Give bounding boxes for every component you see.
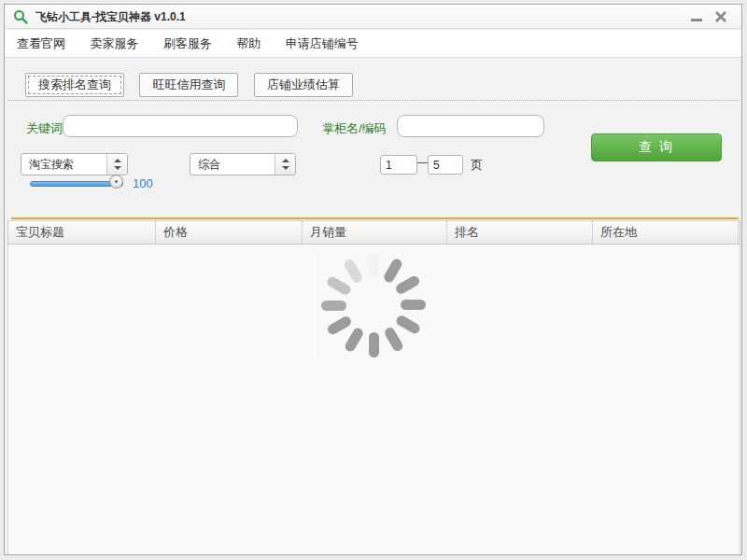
- arrow-down-icon: [114, 166, 121, 170]
- minimize-button[interactable]: [684, 5, 710, 29]
- spinner-bar: [401, 300, 426, 310]
- table-accent-line: [11, 217, 739, 219]
- close-button[interactable]: [708, 5, 734, 29]
- spinner-bar: [382, 258, 403, 285]
- column-header-location[interactable]: 所在地: [592, 221, 739, 244]
- result-count-slider-thumb[interactable]: [109, 175, 123, 189]
- table-header-row: 宝贝标题 价格 月销量 排名 所在地: [7, 220, 740, 245]
- tab-bar: 搜索排名查询 旺旺信用查询 店铺业绩估算: [25, 73, 364, 97]
- search-icon: [13, 9, 28, 24]
- column-header-monthly-sales[interactable]: 月销量: [302, 221, 446, 244]
- menu-item-apply-shop-code[interactable]: 申请店铺编号: [275, 30, 369, 57]
- search-source-select[interactable]: 淘宝搜索: [21, 153, 128, 175]
- menu-item-official-site[interactable]: 查看官网: [7, 30, 76, 57]
- tab-wangwang-credit-query[interactable]: 旺旺信用查询: [139, 73, 238, 97]
- page-to-input[interactable]: [428, 155, 463, 175]
- column-gridline: [314, 252, 316, 357]
- spinner-bar: [344, 327, 365, 354]
- shop-name-label: 掌柜名/编码: [322, 120, 387, 137]
- sort-order-select[interactable]: 综合: [190, 153, 296, 175]
- tab-shop-performance-estimate[interactable]: 店铺业绩估算: [254, 73, 353, 97]
- app-window: 飞钻小工具-找宝贝神器 v1.0.1 查看官网 卖家服务 刷客服务 帮助 申请店…: [4, 4, 742, 555]
- menu-item-seller-services[interactable]: 卖家服务: [79, 30, 148, 57]
- window-title: 飞钻小工具-找宝贝神器 v1.0.1: [35, 5, 186, 29]
- spinner-bar: [321, 301, 346, 311]
- tab-search-rank-query[interactable]: 搜索排名查询: [25, 73, 124, 97]
- title-bar: 飞钻小工具-找宝贝神器 v1.0.1: [5, 5, 741, 29]
- spinner-icon: [319, 251, 428, 359]
- column-header-price[interactable]: 价格: [155, 221, 302, 244]
- query-button[interactable]: 查 询: [591, 133, 722, 161]
- updown-arrows-icon: [106, 154, 127, 175]
- arrow-up-icon: [282, 159, 289, 162]
- keyword-label: 关键词: [26, 120, 63, 137]
- spinner-bar: [394, 274, 421, 296]
- spinner-bar: [326, 315, 353, 336]
- tab-divider: [7, 100, 739, 101]
- menu-item-help[interactable]: 帮助: [226, 30, 271, 57]
- spinner-bar: [395, 314, 422, 335]
- menu-item-brusher-services[interactable]: 刷客服务: [153, 30, 222, 57]
- arrow-up-icon: [114, 159, 121, 162]
- keyword-input[interactable]: [63, 115, 298, 137]
- slider-value: 100: [133, 176, 153, 190]
- close-icon: [714, 10, 727, 23]
- spinner-bar: [326, 275, 353, 297]
- shop-name-input[interactable]: [397, 115, 544, 137]
- page-unit-label: 页: [471, 157, 483, 174]
- spinner-bar: [343, 258, 364, 285]
- column-header-item-title[interactable]: 宝贝标题: [8, 221, 155, 244]
- main-content: 搜索排名查询 旺旺信用查询 店铺业绩估算 关键词 掌柜名/编码 查 询 淘宝搜索…: [5, 59, 741, 554]
- sort-order-value: 综合: [190, 157, 275, 173]
- search-source-value: 淘宝搜索: [21, 157, 106, 173]
- table-body: [7, 245, 740, 554]
- arrow-down-icon: [282, 166, 289, 170]
- menu-bar: 查看官网 卖家服务 刷客服务 帮助 申请店铺编号: [5, 30, 741, 58]
- column-header-rank[interactable]: 排名: [446, 221, 592, 244]
- page-from-input[interactable]: [380, 155, 417, 175]
- minimize-icon: [691, 19, 702, 21]
- spinner-bar: [368, 253, 378, 278]
- updown-arrows-icon: [275, 154, 295, 175]
- spinner-bar: [383, 326, 404, 353]
- spinner-bar: [369, 332, 379, 357]
- screen: 飞钻小工具-找宝贝神器 v1.0.1 查看官网 卖家服务 刷客服务 帮助 申请店…: [0, 0, 747, 560]
